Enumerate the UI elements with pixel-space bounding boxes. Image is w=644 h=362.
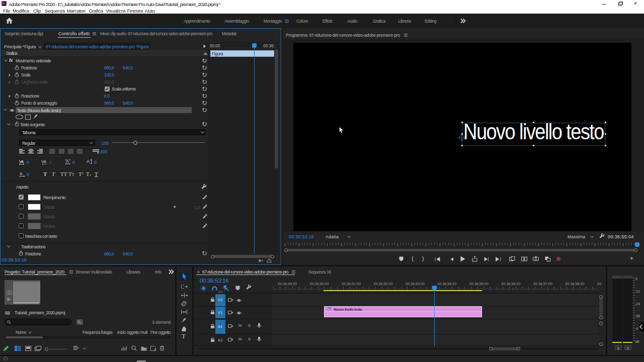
svg-text:Ạ: Ạ (20, 171, 23, 176)
svg-text:A: A (87, 159, 90, 164)
svg-text:V⁄A: V⁄A (41, 159, 47, 164)
svg-text:A: A (66, 159, 69, 164)
